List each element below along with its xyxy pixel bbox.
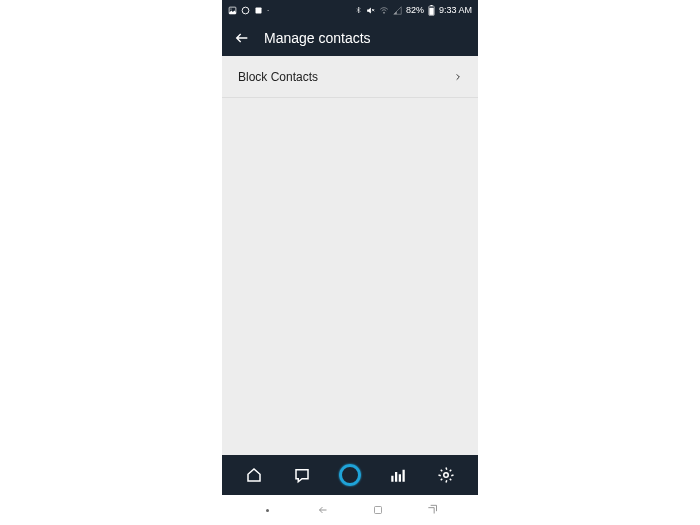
media-icon — [254, 6, 263, 15]
alexa-ring-icon — [339, 464, 361, 486]
svg-point-1 — [230, 8, 231, 9]
app-header: Manage contacts — [222, 20, 478, 56]
page-title: Manage contacts — [264, 30, 371, 46]
status-bar: · 82% 9:33 AM — [222, 0, 478, 20]
svg-rect-8 — [430, 5, 432, 6]
battery-icon — [428, 5, 435, 16]
image-icon — [228, 6, 237, 15]
svg-rect-15 — [374, 507, 381, 514]
bluetooth-icon — [355, 5, 362, 15]
wifi-icon — [379, 6, 389, 15]
content-area: Block Contacts — [222, 56, 478, 455]
svg-rect-3 — [256, 7, 262, 13]
svg-rect-13 — [403, 470, 405, 482]
sys-recent[interactable] — [418, 503, 448, 517]
nav-alexa[interactable] — [332, 457, 368, 493]
svg-rect-12 — [399, 474, 401, 482]
svg-point-14 — [444, 473, 449, 478]
status-dot: · — [267, 6, 269, 15]
sys-home[interactable] — [363, 504, 393, 516]
svg-point-6 — [383, 12, 384, 13]
sys-menu[interactable] — [253, 509, 283, 512]
clock-time: 9:33 AM — [439, 5, 472, 15]
mute-icon — [366, 6, 375, 15]
svg-rect-9 — [429, 7, 433, 14]
status-left: · — [228, 6, 269, 15]
nav-messages[interactable] — [284, 457, 320, 493]
status-right: 82% 9:33 AM — [355, 5, 472, 16]
svg-point-2 — [242, 7, 249, 14]
app-bottom-nav — [222, 455, 478, 495]
sys-back[interactable] — [308, 503, 338, 517]
phone-frame: · 82% 9:33 AM Manage contacts — [222, 0, 478, 525]
battery-percent: 82% — [406, 5, 424, 15]
nav-music[interactable] — [380, 457, 416, 493]
nav-settings[interactable] — [428, 457, 464, 493]
signal-icon — [393, 6, 402, 15]
back-button[interactable] — [234, 30, 250, 46]
sync-icon — [241, 6, 250, 15]
nav-home[interactable] — [236, 457, 272, 493]
block-contacts-row[interactable]: Block Contacts — [222, 56, 478, 98]
chevron-right-icon — [454, 71, 462, 83]
list-item-label: Block Contacts — [238, 70, 318, 84]
svg-rect-10 — [391, 476, 393, 482]
system-nav-bar — [222, 495, 478, 525]
svg-rect-11 — [395, 472, 397, 482]
